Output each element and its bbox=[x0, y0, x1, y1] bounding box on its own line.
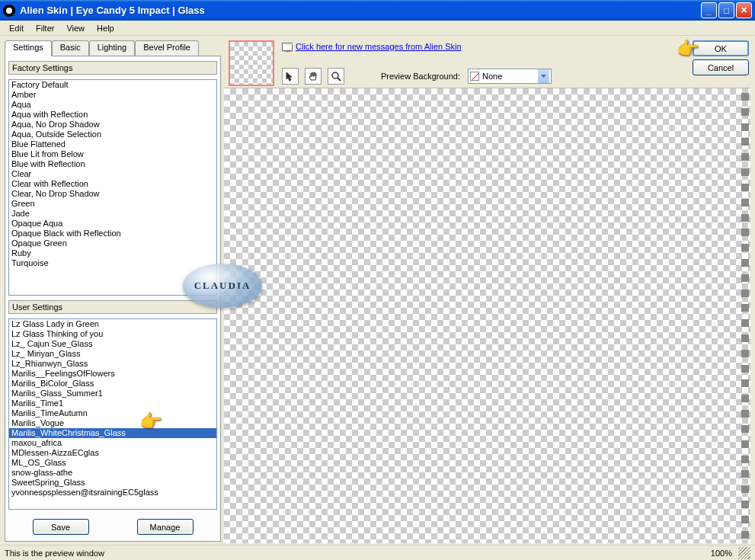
list-item[interactable]: SweetSpring_Glass bbox=[9, 478, 216, 488]
tab-strip: Settings Basic Lighting Bevel Profile bbox=[5, 40, 221, 56]
list-item[interactable]: Marilis_Glass_Summer1 bbox=[9, 389, 216, 398]
list-item[interactable]: Marilis_BiColor_Glass bbox=[9, 379, 216, 389]
svg-line-1 bbox=[338, 78, 341, 81]
tab-lighting[interactable]: Lighting bbox=[89, 40, 136, 56]
zoom-level: 100% bbox=[711, 549, 732, 558]
list-item[interactable]: Opaque Black with Reflection bbox=[9, 229, 216, 238]
preview-background-select[interactable]: None bbox=[468, 69, 552, 84]
maximize-button[interactable]: □ bbox=[718, 2, 734, 18]
tab-basic[interactable]: Basic bbox=[52, 40, 89, 56]
preview-area[interactable] bbox=[224, 88, 750, 543]
minimize-button[interactable]: _ bbox=[701, 2, 717, 18]
thumbnail-preview bbox=[229, 40, 274, 86]
manage-button[interactable]: Manage bbox=[137, 519, 194, 535]
list-item[interactable]: Blue Lit from Below bbox=[9, 149, 216, 159]
close-button[interactable]: ✕ bbox=[736, 2, 752, 18]
messages-link-text: Click here for new messages from Alien S… bbox=[296, 42, 462, 51]
dropdown-arrow-icon bbox=[538, 69, 549, 83]
list-item[interactable]: Marilis_Vogue bbox=[9, 418, 216, 428]
list-item[interactable]: Green bbox=[9, 199, 216, 209]
list-item[interactable]: snow-glass-athe bbox=[9, 468, 216, 478]
list-item[interactable]: Lz_ Cajun Sue_Glass bbox=[9, 339, 216, 349]
watermark: CLAUDIA bbox=[183, 264, 262, 308]
list-item[interactable]: Clear with Reflection bbox=[9, 179, 216, 189]
hand-tool-icon[interactable] bbox=[305, 68, 322, 85]
list-item[interactable]: Clear bbox=[9, 169, 216, 179]
menubar: Edit Filter View Help bbox=[0, 21, 755, 36]
resize-grip-icon[interactable] bbox=[738, 547, 750, 559]
menu-edit[interactable]: Edit bbox=[3, 22, 30, 34]
list-item[interactable]: Turquoise bbox=[9, 258, 216, 268]
pointer-tool-icon[interactable] bbox=[282, 68, 299, 85]
titlebar: Alien Skin | Eye Candy 5 Impact | Glass … bbox=[0, 0, 755, 21]
status-text: This is the preview window bbox=[5, 549, 711, 558]
svg-point-0 bbox=[332, 72, 338, 78]
list-item[interactable]: yvonnespsplessen@itsrainingEC5glass bbox=[9, 488, 216, 498]
ok-button[interactable]: OK bbox=[693, 40, 749, 56]
ruler-marks bbox=[740, 88, 750, 543]
list-item[interactable]: Marilis_WhiteChristmas_Glass bbox=[9, 428, 216, 438]
menu-view[interactable]: View bbox=[60, 22, 91, 34]
list-item[interactable]: Lz_Rhianwyn_Glass bbox=[9, 359, 216, 369]
list-item[interactable]: Blue Flattened bbox=[9, 139, 216, 149]
window-controls: _ □ ✕ bbox=[701, 2, 752, 18]
list-item[interactable]: Lz Glass Thinking of you bbox=[9, 329, 216, 339]
list-item[interactable]: Factory Default bbox=[9, 80, 216, 90]
list-item[interactable]: Blue with Reflection bbox=[9, 159, 216, 169]
list-item[interactable]: Ruby bbox=[9, 248, 216, 258]
cancel-button[interactable]: Cancel bbox=[693, 59, 749, 75]
factory-settings-list[interactable]: Factory DefaultAmberAquaAqua with Reflec… bbox=[8, 79, 217, 296]
save-button[interactable]: Save bbox=[33, 519, 89, 535]
list-item[interactable]: Lz Glass Lady in Green bbox=[9, 319, 216, 329]
tab-bevel-profile[interactable]: Bevel Profile bbox=[135, 40, 199, 56]
message-icon bbox=[282, 43, 293, 51]
preview-bg-label: Preview Background: bbox=[381, 72, 460, 81]
preview-bg-value: None bbox=[482, 72, 502, 81]
list-item[interactable]: Aqua, No Drop Shadow bbox=[9, 120, 216, 130]
list-item[interactable]: Jade bbox=[9, 209, 216, 219]
menu-filter[interactable]: Filter bbox=[30, 22, 60, 34]
list-item[interactable]: Marilis_TimeAutumn bbox=[9, 408, 216, 418]
list-item[interactable]: Marilis__FeelingsOfFlowers bbox=[9, 369, 216, 379]
list-item[interactable]: Lz_ Miriyan_Glass bbox=[9, 349, 216, 359]
list-item[interactable]: MDlessen-AizzaECglas bbox=[9, 448, 216, 458]
list-item[interactable]: Aqua with Reflection bbox=[9, 110, 216, 120]
list-item[interactable]: Opaque Aqua bbox=[9, 219, 216, 229]
user-settings-list[interactable]: Lz Glass Lady in GreenLz Glass Thinking … bbox=[8, 318, 217, 510]
list-item[interactable]: Aqua, Outside Selection bbox=[9, 130, 216, 139]
user-settings-label: User Settings bbox=[8, 300, 217, 314]
window-title: Alien Skin | Eye Candy 5 Impact | Glass bbox=[20, 5, 701, 16]
zoom-tool-icon[interactable] bbox=[328, 68, 344, 85]
app-icon bbox=[3, 5, 15, 17]
list-item[interactable]: maxou_africa bbox=[9, 438, 216, 448]
tab-settings[interactable]: Settings bbox=[5, 40, 52, 56]
list-item[interactable]: Marilis_Time1 bbox=[9, 398, 216, 408]
statusbar: This is the preview window 100% bbox=[0, 545, 755, 560]
list-item[interactable]: Amber bbox=[9, 90, 216, 100]
list-item[interactable]: ML_OS_Glass bbox=[9, 458, 216, 468]
factory-settings-label: Factory Settings bbox=[8, 61, 217, 75]
menu-help[interactable]: Help bbox=[91, 22, 120, 34]
none-swatch-icon bbox=[470, 72, 479, 81]
list-item[interactable]: Clear, No Drop Shadow bbox=[9, 189, 216, 199]
list-item[interactable]: Aqua bbox=[9, 100, 216, 110]
list-item[interactable]: Opaque Green bbox=[9, 238, 216, 248]
messages-link[interactable]: Click here for new messages from Alien S… bbox=[282, 40, 462, 51]
